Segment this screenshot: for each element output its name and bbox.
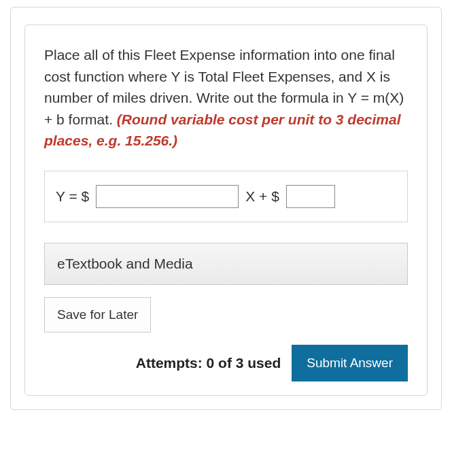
bottom-row: Attempts: 0 of 3 used Submit Answer <box>44 345 408 381</box>
save-for-later-button[interactable]: Save for Later <box>44 297 151 333</box>
formula-row: Y = $ X + $ <box>44 171 408 222</box>
question-text: Place all of this Fleet Expense informat… <box>44 44 408 152</box>
formula-middle: X + $ <box>245 188 279 205</box>
etextbook-button[interactable]: eTextbook and Media <box>44 243 408 285</box>
attempts-label: Attempts: 0 of 3 used <box>136 355 281 371</box>
slope-input[interactable] <box>96 185 239 208</box>
submit-answer-button[interactable]: Submit Answer <box>292 345 408 381</box>
question-card-outer: Place all of this Fleet Expense informat… <box>10 7 442 410</box>
formula-prefix: Y = $ <box>56 188 89 205</box>
intercept-input[interactable] <box>286 185 335 208</box>
question-card-inner: Place all of this Fleet Expense informat… <box>24 24 428 396</box>
